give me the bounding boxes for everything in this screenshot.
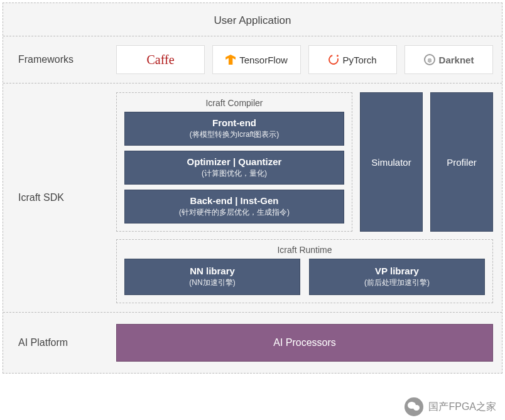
tensorflow-label: TensorFlow	[239, 55, 288, 65]
frontend-sub: (将模型转换为Icraft图表示)	[129, 129, 340, 140]
vp-lib-sub: (前后处理加速引擎)	[313, 277, 481, 288]
watermark: 国产FPGA之家	[405, 397, 496, 416]
nn-lib-sub: (NN加速引擎)	[129, 277, 296, 288]
pytorch-icon	[327, 53, 340, 67]
backend-title: Back-end | Inst-Gen	[129, 195, 340, 206]
compiler-optimizer-box: Optimizer | Quantizer (计算图优化，量化)	[124, 151, 344, 185]
profiler-label: Profiler	[447, 157, 477, 168]
darknet-icon	[424, 54, 435, 65]
ai-processors-box: AI Processors	[116, 324, 493, 362]
compiler-frontend-box: Front-end (将模型转换为Icraft图表示)	[124, 112, 344, 146]
ai-processors-label: AI Processors	[273, 337, 336, 348]
framework-darknet: Darknet	[405, 45, 493, 74]
nn-lib-title: NN library	[129, 266, 296, 276]
frontend-title: Front-end	[129, 117, 340, 128]
runtime-title: Icraft Runtime	[124, 245, 485, 255]
frameworks-boxes: Caffe TensorFlow PyTorch Darknet	[116, 45, 493, 74]
icraft-compiler-group: Icraft Compiler Front-end (将模型转换为Icraft图…	[116, 92, 352, 232]
simulator-label: Simulator	[371, 157, 411, 168]
sdk-row: Icraft SDK Icraft Compiler Front-end (将模…	[3, 83, 502, 313]
simulator-box: Simulator	[360, 92, 423, 232]
diagram-container: User Application Frameworks Caffe Tensor…	[3, 3, 502, 374]
user-application-title: User Application	[3, 3, 502, 36]
frameworks-label: Frameworks	[3, 36, 116, 83]
pytorch-label: PyTorch	[342, 55, 376, 65]
darknet-label: Darknet	[439, 55, 474, 65]
nn-library-box: NN library (NN加速引擎)	[124, 259, 300, 295]
sdk-label: Icraft SDK	[3, 83, 116, 312]
compiler-backend-box: Back-end | Inst-Gen (针对硬件的多层优化，生成指令)	[124, 190, 344, 223]
icraft-runtime-group: Icraft Runtime NN library (NN加速引擎) VP li…	[116, 239, 493, 303]
profiler-box: Profiler	[430, 92, 493, 232]
backend-sub: (针对硬件的多层优化，生成指令)	[129, 207, 340, 218]
compiler-title: Icraft Compiler	[124, 98, 344, 108]
frameworks-row: Frameworks Caffe TensorFlow PyTorch Dark…	[3, 36, 502, 83]
caffe-logo-text: Caffe	[146, 53, 174, 67]
wechat-icon	[405, 397, 423, 416]
optimizer-sub: (计算图优化，量化)	[129, 168, 340, 179]
vp-lib-title: VP library	[313, 266, 481, 276]
tensorflow-icon	[225, 55, 236, 65]
framework-pytorch: PyTorch	[308, 45, 397, 74]
platform-row: AI Platform AI Processors	[3, 313, 502, 373]
watermark-text: 国产FPGA之家	[428, 401, 496, 414]
platform-label: AI Platform	[3, 313, 116, 373]
framework-tensorflow: TensorFlow	[212, 45, 301, 74]
optimizer-title: Optimizer | Quantizer	[129, 156, 340, 167]
framework-caffe: Caffe	[116, 45, 205, 74]
vp-library-box: VP library (前后处理加速引擎)	[309, 259, 485, 295]
